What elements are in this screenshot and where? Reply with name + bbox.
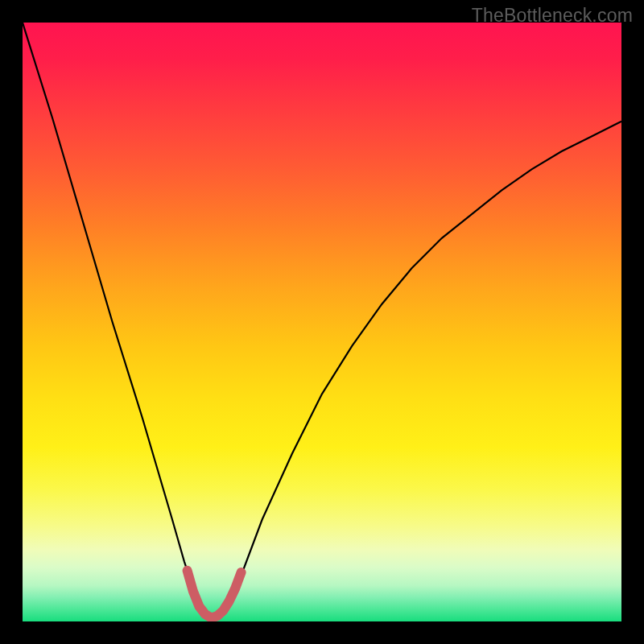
- plot-area: [23, 23, 621, 621]
- bottleneck-curve: [23, 23, 621, 618]
- watermark-text: TheBottleneck.com: [472, 5, 633, 27]
- minimum-highlight-marker: [188, 571, 242, 618]
- curve-layer: [23, 23, 621, 621]
- chart-frame: TheBottleneck.com: [0, 0, 644, 644]
